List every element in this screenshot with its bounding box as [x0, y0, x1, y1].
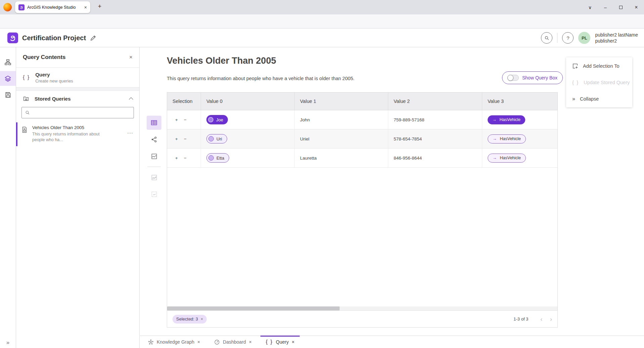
add-selection-icon[interactable]: +: [175, 156, 178, 161]
left-rail: »: [0, 47, 16, 348]
entity-pill[interactable]: Uri: [206, 134, 227, 143]
help-button[interactable]: ?: [562, 32, 574, 44]
add-to-map-button[interactable]: [147, 170, 161, 184]
search-icon: [25, 110, 30, 115]
toggle-switch[interactable]: [507, 75, 519, 81]
map-view-button[interactable]: [147, 149, 161, 163]
arcgis-knowledge-favicon: [18, 4, 24, 10]
data-model-rail-button[interactable]: [0, 55, 16, 69]
selection-box-icon: [151, 191, 157, 197]
new-query-subtitle: Create new queries: [35, 78, 73, 83]
tab-knowledge-graph[interactable]: Knowledge Graph ×: [143, 336, 205, 348]
browser-tab-title: ArcGIS Knowledge Studio: [27, 5, 82, 10]
table-footer: Selected: 3 × 1-3 of 3 ‹ ›: [167, 310, 557, 327]
previous-page-icon[interactable]: ‹: [540, 316, 542, 322]
stored-query-desc: This query returns information about peo…: [32, 131, 104, 143]
window-close-button[interactable]: ×: [629, 4, 644, 10]
edit-title-icon[interactable]: [90, 35, 96, 41]
next-page-icon[interactable]: ›: [550, 316, 552, 322]
col-value0[interactable]: Value 0: [201, 93, 295, 110]
app-header: Certification Project ? PL publisher2 la…: [0, 28, 644, 47]
add-selection-icon[interactable]: +: [175, 117, 178, 122]
remove-selection-icon[interactable]: −: [184, 117, 187, 122]
col-value2[interactable]: Value 2: [388, 93, 482, 110]
stored-queries-title: Stored Queries: [35, 96, 124, 102]
table-view-button[interactable]: [147, 116, 161, 130]
scrollbar-thumb[interactable]: [167, 306, 340, 310]
col-value3[interactable]: Value 3: [482, 93, 557, 110]
relationship-pill[interactable]: →HasVehicle: [488, 115, 525, 124]
tab-close-icon[interactable]: ×: [292, 339, 294, 345]
window-maximize-button[interactable]: [613, 5, 629, 10]
header-divider: [557, 33, 557, 43]
share-graph-icon: [151, 136, 157, 143]
user-avatar[interactable]: PL: [578, 32, 590, 44]
knowledge-graph-icon: [148, 339, 154, 345]
expand-rail-icon[interactable]: »: [0, 339, 16, 346]
tab-list-icon[interactable]: ∨: [582, 5, 598, 10]
firefox-icon[interactable]: [3, 3, 12, 11]
arcgis-knowledge-logo: [7, 33, 18, 43]
new-query-item[interactable]: { } Query Create new queries: [16, 68, 139, 88]
menu-item-add-selection-to[interactable]: Add Selection To: [566, 58, 632, 74]
relationship-pill[interactable]: →HasVehicle: [488, 154, 526, 163]
cell-name: Lauretta: [295, 149, 388, 167]
relationship-pill[interactable]: →HasVehicle: [488, 134, 526, 143]
contents-rail-button[interactable]: [0, 71, 16, 86]
horizontal-scrollbar[interactable]: [167, 306, 557, 310]
table-row[interactable]: + − Uri Uriel 578-654-7854 →HasVehicle: [167, 129, 557, 149]
menu-item-collapse[interactable]: » Collapse: [566, 91, 632, 107]
select-area-button[interactable]: [147, 187, 161, 201]
save-rail-button[interactable]: [0, 88, 16, 102]
link-chart-view-button[interactable]: [147, 132, 161, 147]
tab-close-icon[interactable]: ×: [197, 339, 200, 345]
browser-tab[interactable]: ArcGIS Knowledge Studio ×: [15, 1, 90, 13]
cell-phone: 846-956-8644: [388, 149, 482, 167]
tab-query[interactable]: { } Query ×: [260, 336, 300, 348]
tab-close-icon[interactable]: ×: [249, 339, 252, 345]
add-selection-icon[interactable]: +: [175, 136, 178, 141]
query-result-title: Vehicles Older Than 2005: [167, 56, 276, 66]
arrow-right-icon: →: [493, 156, 497, 160]
item-options-icon[interactable]: ···: [127, 130, 133, 135]
col-selection[interactable]: Selection: [167, 93, 201, 110]
search-input[interactable]: [33, 110, 130, 115]
braces-icon: { }: [23, 74, 30, 80]
tab-label: Knowledge Graph: [157, 339, 194, 345]
results-table: Selection Value 0 Value 1 Value 2 Value …: [167, 92, 558, 328]
selected-indicator: [16, 122, 17, 146]
entity-pill[interactable]: Joe: [206, 115, 228, 124]
new-tab-button[interactable]: +: [95, 3, 104, 10]
tab-close-icon[interactable]: ×: [84, 5, 87, 10]
panel-close-icon[interactable]: ×: [129, 54, 133, 61]
folder-icon: [23, 96, 29, 102]
stored-queries-header[interactable]: Stored Queries: [16, 91, 139, 106]
pagination-range: 1-3 of 3: [513, 316, 528, 322]
selected-count-label: Selected: 3: [176, 316, 198, 322]
chevron-up-icon[interactable]: [129, 97, 133, 102]
clear-selection-icon[interactable]: ×: [201, 317, 203, 322]
user-name[interactable]: publisher2 lastName publisher2: [595, 32, 638, 44]
layers-icon: [4, 75, 11, 82]
table-row[interactable]: + − Etta Lauretta 846-956-8644 →HasVehic…: [167, 149, 557, 168]
search-button[interactable]: [541, 32, 552, 44]
window-minimize-button[interactable]: –: [598, 5, 613, 10]
app-window: ArcGIS Knowledge Studio × + ∨ – × ← → ↻ …: [0, 0, 644, 348]
stored-queries-search[interactable]: [21, 107, 134, 118]
stored-query-item[interactable]: Vehicles Older Than 2005 This query retu…: [16, 122, 139, 146]
show-query-box-toggle[interactable]: Show Query Box: [502, 71, 563, 84]
view-toolbar: [147, 116, 161, 201]
col-value1[interactable]: Value 1: [295, 93, 388, 110]
cell-phone: 578-654-7854: [388, 129, 482, 148]
tab-label: Dashboard: [223, 339, 246, 345]
panel-section-gap: [16, 88, 139, 91]
table-row[interactable]: + − Joe John 759-889-57168 →HasVehicle: [167, 110, 557, 129]
remove-selection-icon[interactable]: −: [184, 156, 187, 161]
entity-pill[interactable]: Etta: [206, 153, 229, 163]
add-selection-to-icon: [572, 63, 578, 69]
remove-selection-icon[interactable]: −: [184, 136, 187, 141]
entity-dot-icon: [208, 155, 214, 161]
selected-count-chip[interactable]: Selected: 3 ×: [172, 315, 207, 324]
query-contents-panel: Query Contents × { } Query Create new qu…: [16, 47, 140, 348]
tab-dashboard[interactable]: Dashboard ×: [209, 336, 257, 348]
